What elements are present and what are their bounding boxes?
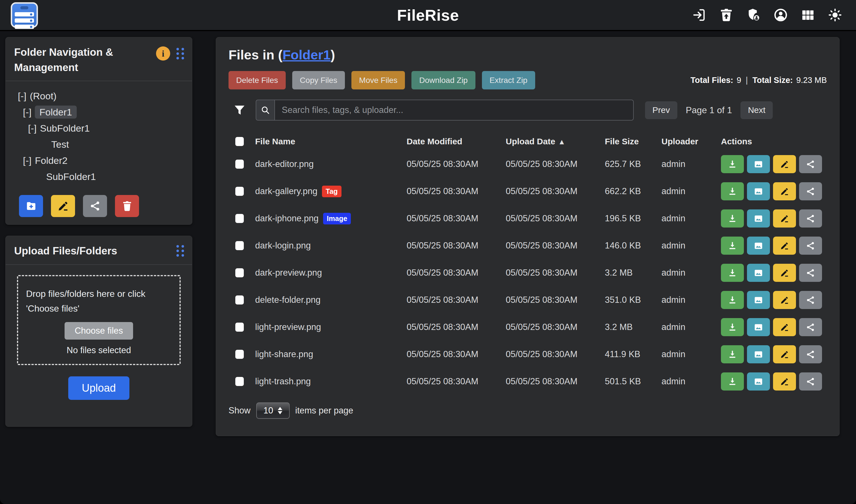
share-file-button[interactable]: [799, 318, 822, 336]
restore-trash-icon[interactable]: [718, 7, 734, 23]
create-folder-button[interactable]: [19, 195, 43, 217]
grid-view-icon[interactable]: [800, 7, 816, 23]
preview-image-button[interactable]: [747, 264, 770, 282]
preview-image-button[interactable]: [747, 291, 770, 309]
row-checkbox[interactable]: [235, 268, 244, 277]
column-header-upload-date[interactable]: Upload Date▲: [506, 137, 605, 146]
folder-tree-item[interactable]: [-]SubFolder1: [6, 120, 192, 137]
upload-button[interactable]: Upload: [68, 376, 129, 400]
folder-name[interactable]: Folder1: [35, 106, 76, 119]
folder-name[interactable]: (Root): [30, 91, 56, 101]
row-checkbox[interactable]: [235, 214, 244, 223]
share-file-button[interactable]: [799, 264, 822, 282]
folder-name[interactable]: SubFolder1: [40, 123, 90, 133]
download-button[interactable]: [721, 210, 744, 228]
folder-tree-item[interactable]: [-]Folder2: [6, 152, 192, 169]
row-checkbox[interactable]: [235, 323, 244, 332]
folder-name[interactable]: SubFolder1: [46, 171, 96, 182]
copy-files-button[interactable]: Copy Files: [292, 71, 345, 89]
extract-files-button[interactable]: Extract Zip: [482, 71, 535, 89]
column-header-uploader[interactable]: Uploader: [662, 137, 721, 146]
edit-pencil-icon: [780, 322, 789, 332]
download-button[interactable]: [721, 318, 744, 336]
preview-image-button[interactable]: [747, 210, 770, 228]
folder-tree-item[interactable]: [-]Folder1: [6, 104, 192, 120]
tree-toggle[interactable]: [-]: [23, 155, 31, 166]
row-checkbox[interactable]: [235, 187, 244, 196]
tree-toggle[interactable]: [-]: [28, 123, 36, 133]
rename-file-button[interactable]: [773, 264, 796, 282]
preview-image-button[interactable]: [747, 237, 770, 255]
share-file-button[interactable]: [799, 237, 822, 255]
tree-toggle[interactable]: [-]: [23, 107, 31, 118]
share-file-button[interactable]: [799, 155, 822, 173]
rename-file-button[interactable]: [773, 291, 796, 309]
download-button[interactable]: [721, 155, 744, 173]
delete-files-button[interactable]: Delete Files: [228, 71, 286, 89]
next-page-button[interactable]: Next: [740, 101, 773, 119]
column-header-date-modified[interactable]: Date Modified: [407, 137, 506, 146]
rename-file-button[interactable]: [773, 237, 796, 255]
search-icon[interactable]: [256, 100, 274, 121]
select-all-checkbox[interactable]: [235, 137, 244, 146]
current-folder-link[interactable]: Folder1: [283, 47, 331, 62]
prev-page-button[interactable]: Prev: [645, 101, 677, 119]
user-profile-icon[interactable]: [773, 7, 789, 23]
rename-file-button[interactable]: [773, 318, 796, 336]
preview-image-button[interactable]: [747, 318, 770, 336]
info-icon[interactable]: i: [156, 47, 170, 60]
folder-tree-item[interactable]: Test: [6, 137, 192, 152]
delete-folder-button[interactable]: [115, 195, 139, 217]
row-checkbox[interactable]: [235, 241, 244, 250]
download-button[interactable]: [721, 373, 744, 391]
folder-name[interactable]: Test: [51, 139, 69, 150]
admin-shield-icon[interactable]: [746, 7, 762, 23]
row-checkbox[interactable]: [235, 160, 244, 169]
app-logo-icon[interactable]: [11, 2, 38, 28]
share-file-button[interactable]: [799, 291, 822, 309]
rename-file-button[interactable]: [773, 155, 796, 173]
row-checkbox[interactable]: [235, 295, 244, 305]
share-file-button[interactable]: [799, 373, 822, 391]
date-modified: 05/05/25 08:30AM: [407, 240, 506, 251]
folder-tree-item[interactable]: [-](Root): [6, 88, 192, 104]
download-files-button[interactable]: Download Zip: [412, 71, 475, 89]
download-button[interactable]: [721, 291, 744, 309]
download-button[interactable]: [721, 264, 744, 282]
drag-handle-icon[interactable]: [176, 245, 184, 257]
rename-file-button[interactable]: [773, 182, 796, 200]
preview-image-button[interactable]: [747, 373, 770, 391]
share-folder-button[interactable]: [83, 195, 107, 217]
download-button[interactable]: [721, 237, 744, 255]
download-button[interactable]: [721, 345, 744, 363]
rename-file-button[interactable]: [773, 210, 796, 228]
rename-file-button[interactable]: [773, 373, 796, 391]
file-dropzone[interactable]: Drop files/folders here or click 'Choose…: [17, 275, 181, 365]
move-files-button[interactable]: Move Files: [351, 71, 405, 89]
preview-image-button[interactable]: [747, 182, 770, 200]
filter-funnel-icon[interactable]: [233, 104, 246, 116]
rename-file-button[interactable]: [773, 345, 796, 363]
items-per-page-select[interactable]: 10: [256, 402, 290, 419]
folder-tree-item[interactable]: SubFolder1: [6, 169, 192, 185]
drag-handle-icon[interactable]: [176, 48, 184, 59]
share-file-button[interactable]: [799, 345, 822, 363]
column-header-file-name[interactable]: File Name: [255, 137, 407, 146]
row-checkbox[interactable]: [235, 377, 244, 386]
share-file-button[interactable]: [799, 210, 822, 228]
top-bar: FileRise: [0, 0, 856, 30]
column-header-file-size[interactable]: File Size: [605, 137, 662, 146]
folder-name[interactable]: Folder2: [35, 155, 67, 166]
row-actions: [721, 210, 827, 228]
choose-files-button[interactable]: Choose files: [65, 322, 133, 340]
logout-icon[interactable]: [691, 7, 707, 23]
share-file-button[interactable]: [799, 182, 822, 200]
download-button[interactable]: [721, 182, 744, 200]
light-mode-sun-icon[interactable]: [827, 7, 843, 23]
row-checkbox[interactable]: [235, 350, 244, 359]
tree-toggle[interactable]: [-]: [18, 91, 26, 101]
rename-folder-button[interactable]: [51, 195, 75, 217]
search-input[interactable]: [274, 100, 634, 121]
preview-image-button[interactable]: [747, 345, 770, 363]
preview-image-button[interactable]: [747, 155, 770, 173]
